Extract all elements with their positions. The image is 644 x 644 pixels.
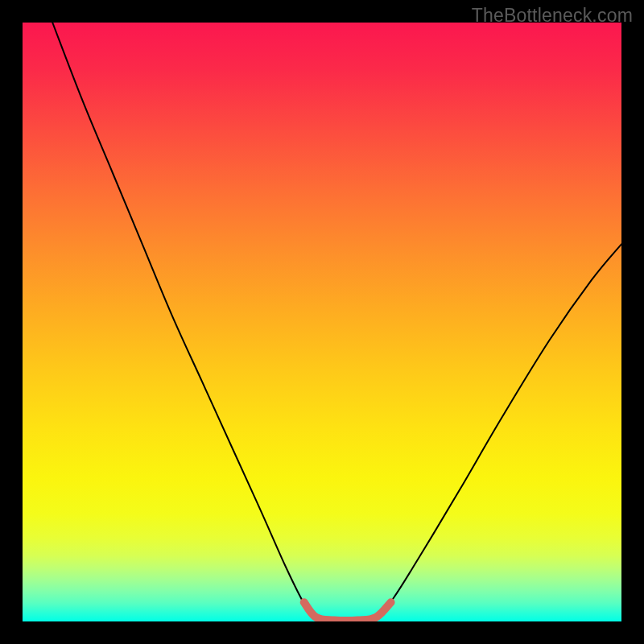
gradient-plot-area — [23, 23, 621, 621]
curve-layer — [23, 23, 621, 621]
chart-frame: TheBottleneck.com — [0, 0, 644, 644]
bottom-highlight — [304, 602, 391, 621]
watermark-text: TheBottleneck.com — [472, 5, 633, 27]
bottleneck-curve — [52, 23, 621, 621]
